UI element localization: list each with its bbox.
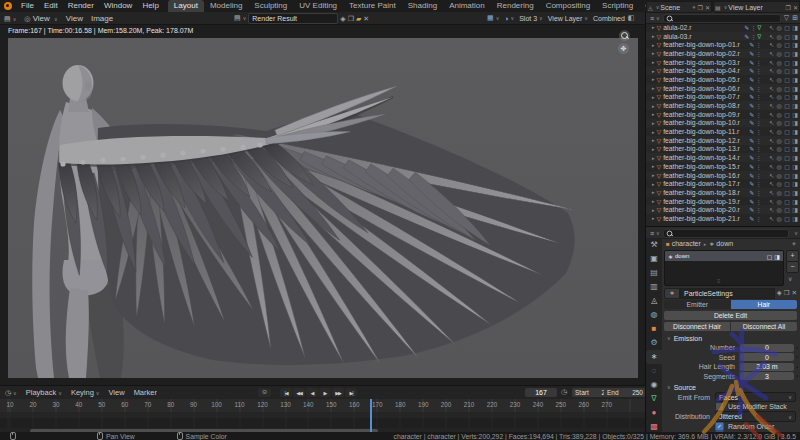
keying-menu[interactable]: Keying∨: [71, 388, 100, 397]
outliner-row[interactable]: ▸ ▽ feather-big-down-top-16.r ✎ ⋮ ∇ ↖ ◎ …: [646, 171, 800, 180]
selectable-icon[interactable]: ↖: [769, 41, 774, 48]
expand-icon[interactable]: ▸: [652, 146, 655, 152]
disconnect-all-button[interactable]: Disconnect All: [731, 322, 797, 331]
view-menu[interactable]: View: [109, 388, 125, 397]
field-value[interactable]: 0: [740, 344, 794, 352]
outliner-row[interactable]: ▸ ▽ feather-big-down-top-01.r ✎ ⋮ ∇ ↖ ◎ …: [646, 40, 800, 49]
outliner-row[interactable]: ▸ ▽ feather-big-down-top-05.r ✎ ⋮ ∇ ↖ ◎ …: [646, 75, 800, 84]
image-name-field[interactable]: Render Result: [248, 13, 338, 24]
render-disable-icon[interactable]: ◨: [792, 33, 798, 40]
outliner-row[interactable]: ▸ ▽ feather-big-down-top-06.r ✎ ⋮ ∇ ↖ ◎ …: [646, 84, 800, 93]
breadcrumb-object[interactable]: character: [672, 240, 701, 247]
filter-dropdown-icon[interactable]: ∨: [794, 230, 798, 236]
outliner-row[interactable]: ▸ ▽ feather-big-down-top-15.r ✎ ⋮ ∇ ↖ ◎ …: [646, 162, 800, 171]
workspace-tab[interactable]: Sculpting: [248, 0, 293, 12]
viewport-disable-icon[interactable]: ▢: [784, 198, 790, 205]
workspace-tab[interactable]: Modeling: [204, 0, 248, 12]
render-disable-icon[interactable]: ◨: [792, 41, 798, 48]
emission-section-header[interactable]: ∨ Emission: [662, 333, 800, 343]
workspace-tab[interactable]: UV Editing: [293, 0, 343, 12]
viewport-disable-icon[interactable]: ▢: [784, 93, 790, 100]
properties-tab[interactable]: ◉: [646, 378, 662, 392]
outliner-display-mode-dropdown[interactable]: ≡: [650, 15, 654, 22]
random-order-checkbox[interactable]: ✓: [715, 422, 724, 431]
field-value[interactable]: 3: [740, 372, 794, 380]
playback-button[interactable]: ▶▶: [332, 388, 344, 397]
animate-dot[interactable]: [796, 366, 798, 368]
hide-icon[interactable]: ◎: [776, 215, 781, 222]
source-section-header[interactable]: ∨ Source: [662, 382, 800, 392]
selectable-icon[interactable]: ↖: [769, 137, 774, 144]
properties-editor-dropdown[interactable]: ≡: [650, 230, 654, 237]
expand-icon[interactable]: ▸: [652, 189, 655, 195]
emit-from-dropdown[interactable]: Faces ∨: [715, 392, 796, 403]
selectable-icon[interactable]: ↖: [769, 189, 774, 196]
properties-tab[interactable]: ∗: [646, 350, 662, 364]
hide-icon[interactable]: ◎: [776, 41, 781, 48]
expand-icon[interactable]: ▸: [652, 42, 655, 48]
playback-button[interactable]: ◀: [306, 388, 318, 397]
viewport-disable-icon[interactable]: ▢: [784, 111, 790, 118]
render-disable-icon[interactable]: ◨: [792, 59, 798, 66]
render-disable-icon[interactable]: ◨: [792, 24, 798, 31]
hide-icon[interactable]: ◎: [776, 154, 781, 161]
selectable-icon[interactable]: ↖: [769, 206, 774, 213]
render-disable-icon[interactable]: ◨: [792, 206, 798, 213]
field-value[interactable]: 0: [740, 353, 794, 361]
color-mode-dropdown[interactable]: ◑∨: [504, 15, 514, 22]
selectable-icon[interactable]: ↖: [769, 33, 774, 40]
properties-tab[interactable]: ⚒: [646, 238, 662, 252]
open-folder-icon[interactable]: ▰: [356, 15, 361, 22]
workspace-tab[interactable]: Shading: [402, 0, 443, 12]
outliner-search-input[interactable]: [663, 14, 781, 23]
animate-dot[interactable]: [796, 375, 798, 377]
viewport-disable-icon[interactable]: ▢: [784, 128, 790, 135]
expand-icon[interactable]: ▸: [652, 24, 655, 30]
expand-icon[interactable]: ▸: [652, 198, 655, 204]
workspace-tab[interactable]: Rendering: [491, 0, 540, 12]
image-menu[interactable]: Image: [91, 14, 113, 23]
viewport-disable-icon[interactable]: ▢: [784, 137, 790, 144]
emitter-toggle-button[interactable]: Emitter: [664, 300, 731, 309]
scene-selector[interactable]: ◬ ∨ Scene ⌖ ❐ ✕: [646, 1, 712, 13]
selectable-icon[interactable]: ↖: [769, 163, 774, 170]
expand-icon[interactable]: ▸: [652, 120, 655, 126]
selectable-icon[interactable]: ↖: [769, 145, 774, 152]
render-disable-icon[interactable]: ◨: [792, 215, 798, 222]
render-disable-icon[interactable]: ◨: [792, 189, 798, 196]
unlink-icon[interactable]: ✕: [792, 289, 797, 296]
playback-button[interactable]: |◀: [280, 388, 292, 397]
editor-mode-dropdown[interactable]: ◎ View ∨: [24, 14, 57, 23]
hide-icon[interactable]: ◎: [776, 102, 781, 109]
auto-keying-button[interactable]: ⊙: [258, 388, 271, 397]
menu-item[interactable]: File: [16, 0, 39, 12]
menu-item[interactable]: Help: [137, 0, 163, 12]
outliner-row[interactable]: ▸ ▽ feather-big-down-top-21.r ✎ ⋮ ∇ ↖ ◎ …: [646, 214, 800, 223]
viewport-disable-icon[interactable]: ▢: [784, 76, 790, 83]
expand-icon[interactable]: ▸: [652, 137, 655, 143]
hide-icon[interactable]: ◎: [776, 145, 781, 152]
workspace-tab[interactable]: Compositing: [540, 0, 596, 12]
expand-icon[interactable]: ▸: [652, 163, 655, 169]
properties-tab[interactable]: ◌: [646, 364, 662, 378]
viewport-disable-icon[interactable]: ▢: [784, 119, 790, 126]
properties-tab[interactable]: ▣: [646, 252, 662, 266]
timeline-channels[interactable]: [0, 412, 645, 428]
disconnect-hair-button[interactable]: Disconnect Hair: [664, 322, 730, 331]
viewport-disable-icon[interactable]: ▢: [784, 33, 790, 40]
viewport-disable-icon[interactable]: ▢: [784, 163, 790, 170]
viewport-disable-icon[interactable]: ▢: [784, 67, 790, 74]
workspace-tab[interactable]: Texture Paint: [343, 0, 402, 12]
animate-dot[interactable]: [796, 347, 798, 349]
outliner-row[interactable]: ▸ ▽ feather-big-down-top-12.r ✎ ⋮ ∇ ↖ ◎ …: [646, 136, 800, 145]
render-disable-icon[interactable]: ◨: [792, 145, 798, 152]
outliner-row[interactable]: ▸ ▽ feather-big-down-top-17.r ✎ ⋮ ∇ ↖ ◎ …: [646, 179, 800, 188]
hide-icon[interactable]: ◎: [776, 85, 781, 92]
outliner-row[interactable]: ▸ ▽ feather-big-down-top-18.r ✎ ⋮ ∇ ↖ ◎ …: [646, 188, 800, 197]
viewport-disable-icon[interactable]: ▢: [784, 50, 790, 57]
editor-type-dropdown[interactable]: ▤∨: [4, 14, 16, 23]
outliner-row[interactable]: ▸ ▽ alula-03.r ✎ ⋮ ∇ ↖ ◎ ▢ ◨: [646, 32, 800, 41]
render-disable-icon[interactable]: ◨: [792, 128, 798, 135]
selectable-icon[interactable]: ↖: [769, 111, 774, 118]
outliner-row[interactable]: ▸ ▽ feather-big-down-top-20.r ✎ ⋮ ∇ ↖ ◎ …: [646, 205, 800, 214]
